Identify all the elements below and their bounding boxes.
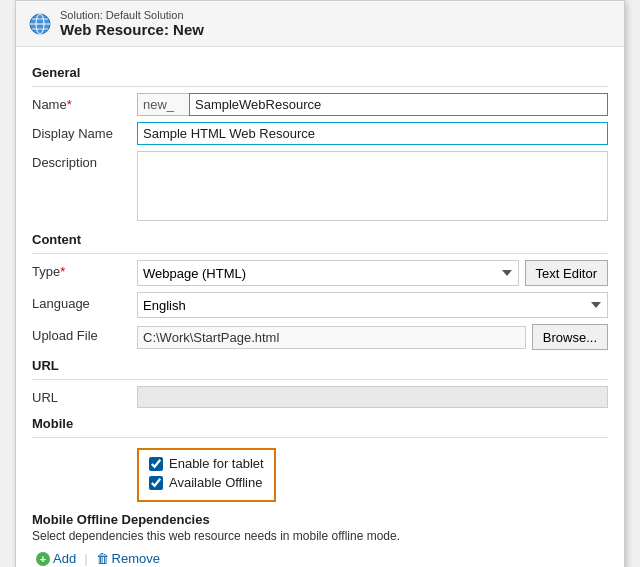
- type-select[interactable]: Webpage (HTML): [137, 260, 519, 286]
- page-title: Web Resource: New: [60, 21, 204, 38]
- type-required: *: [60, 264, 65, 279]
- url-label: URL: [32, 386, 137, 405]
- name-label: Name*: [32, 93, 137, 112]
- url-divider: [32, 379, 608, 380]
- url-control: [137, 386, 608, 408]
- mobile-checkboxes-box: Enable for tablet Available Offline: [137, 448, 276, 502]
- description-field-row: Description: [32, 151, 608, 224]
- type-label: Type*: [32, 260, 137, 279]
- mobile-divider: [32, 437, 608, 438]
- window-header: Solution: Default Solution Web Resource:…: [16, 1, 624, 47]
- name-prefix-input[interactable]: [137, 93, 189, 116]
- available-offline-row: Available Offline: [149, 475, 264, 490]
- add-label: Add: [53, 551, 76, 566]
- form-body: General Name* Display Name Description: [16, 47, 624, 567]
- url-display: [137, 386, 608, 408]
- name-control: [137, 93, 608, 116]
- display-name-control: [137, 122, 608, 145]
- mobile-offline-desc: Select dependencies this web resource ne…: [32, 529, 608, 543]
- available-offline-checkbox[interactable]: [149, 476, 163, 490]
- name-input-group: [137, 93, 608, 116]
- content-divider: [32, 253, 608, 254]
- main-window: Solution: Default Solution Web Resource:…: [15, 0, 625, 567]
- enable-tablet-label: Enable for tablet: [169, 456, 264, 471]
- display-name-input[interactable]: [137, 122, 608, 145]
- name-required: *: [67, 97, 72, 112]
- display-name-field-row: Display Name: [32, 122, 608, 145]
- language-field-row: Language English: [32, 292, 608, 318]
- browse-button[interactable]: Browse...: [532, 324, 608, 350]
- url-section-title: URL: [32, 358, 608, 373]
- content-section-title: Content: [32, 232, 608, 247]
- type-control: Webpage (HTML) Text Editor: [137, 260, 608, 286]
- language-label: Language: [32, 292, 137, 311]
- type-field-row: Type* Webpage (HTML) Text Editor: [32, 260, 608, 286]
- available-offline-label: Available Offline: [169, 475, 262, 490]
- remove-button[interactable]: 🗑 Remove: [92, 549, 164, 567]
- upload-row: Browse...: [137, 324, 608, 350]
- text-editor-button[interactable]: Text Editor: [525, 260, 608, 286]
- web-resource-icon: [28, 12, 52, 36]
- remove-icon: 🗑: [96, 551, 109, 566]
- file-path-input[interactable]: [137, 326, 526, 349]
- separator: |: [84, 551, 87, 566]
- general-divider: [32, 86, 608, 87]
- solution-label: Solution: Default Solution: [60, 9, 204, 21]
- mobile-controls: Enable for tablet Available Offline: [137, 444, 608, 502]
- name-field-row: Name*: [32, 93, 608, 116]
- upload-file-field-row: Upload File Browse...: [32, 324, 608, 350]
- url-field-row: URL: [32, 386, 608, 408]
- add-remove-row: + Add | 🗑 Remove: [32, 549, 608, 567]
- display-name-label: Display Name: [32, 122, 137, 141]
- type-row: Webpage (HTML) Text Editor: [137, 260, 608, 286]
- add-button[interactable]: + Add: [32, 549, 80, 567]
- upload-file-control: Browse...: [137, 324, 608, 350]
- description-control: [137, 151, 608, 224]
- mobile-section-title: Mobile: [32, 416, 608, 431]
- upload-file-label: Upload File: [32, 324, 137, 343]
- enable-tablet-checkbox[interactable]: [149, 457, 163, 471]
- general-section-title: General: [32, 65, 608, 80]
- description-textarea[interactable]: [137, 151, 608, 221]
- add-icon: +: [36, 552, 50, 566]
- header-text: Solution: Default Solution Web Resource:…: [60, 9, 204, 38]
- remove-label: Remove: [112, 551, 160, 566]
- enable-tablet-row: Enable for tablet: [149, 456, 264, 471]
- language-select[interactable]: English: [137, 292, 608, 318]
- name-main-input[interactable]: [189, 93, 608, 116]
- description-label: Description: [32, 151, 137, 170]
- mobile-offline-title: Mobile Offline Dependencies: [32, 512, 608, 527]
- language-control: English: [137, 292, 608, 318]
